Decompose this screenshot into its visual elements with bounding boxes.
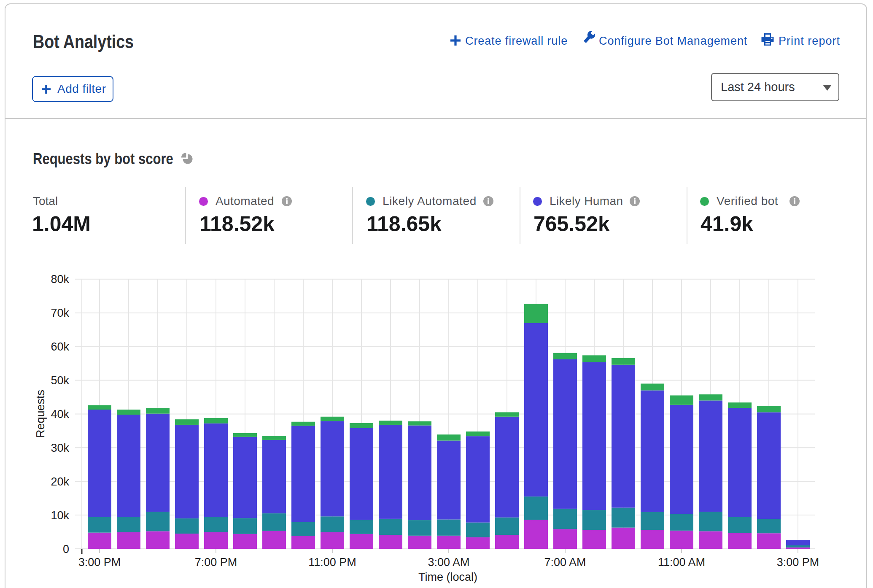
svg-text:11:00 PM: 11:00 PM (308, 556, 356, 569)
svg-text:0: 0 (63, 543, 69, 556)
svg-text:3:00 PM: 3:00 PM (78, 556, 121, 569)
svg-text:10k: 10k (51, 509, 69, 522)
svg-text:3:00 AM: 3:00 AM (428, 556, 469, 569)
svg-text:3:00 PM: 3:00 PM (777, 556, 819, 569)
svg-text:20k: 20k (51, 475, 69, 488)
svg-text:60k: 60k (51, 340, 69, 353)
svg-text:11:00 AM: 11:00 AM (658, 556, 705, 569)
svg-text:7:00 PM: 7:00 PM (195, 556, 237, 569)
svg-text:Time (local): Time (local) (418, 571, 477, 583)
svg-text:Requests: Requests (34, 390, 47, 438)
svg-text:30k: 30k (51, 442, 69, 454)
svg-text:80k: 80k (51, 273, 69, 286)
svg-text:7:00 AM: 7:00 AM (544, 556, 586, 569)
svg-text:50k: 50k (51, 374, 69, 387)
svg-text:70k: 70k (51, 307, 69, 319)
svg-text:40k: 40k (51, 408, 69, 421)
